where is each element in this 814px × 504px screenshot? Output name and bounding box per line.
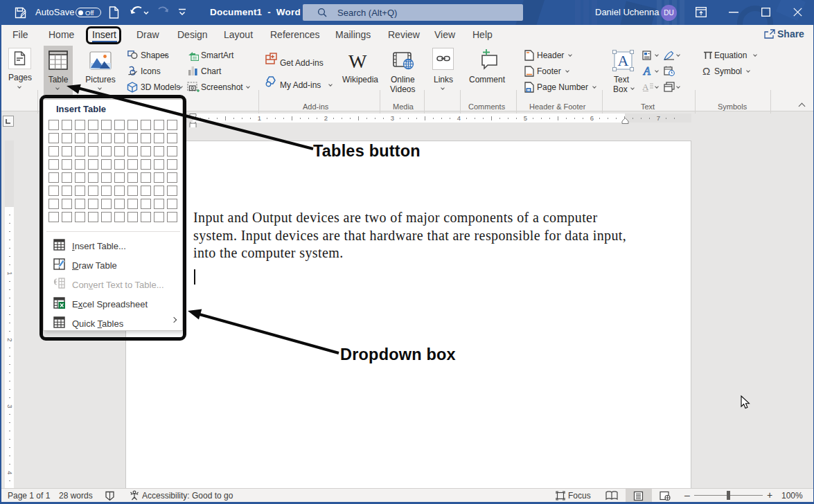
svg-text:A: A xyxy=(642,82,649,92)
svg-text:A: A xyxy=(643,66,651,76)
svg-text:A: A xyxy=(618,52,629,69)
